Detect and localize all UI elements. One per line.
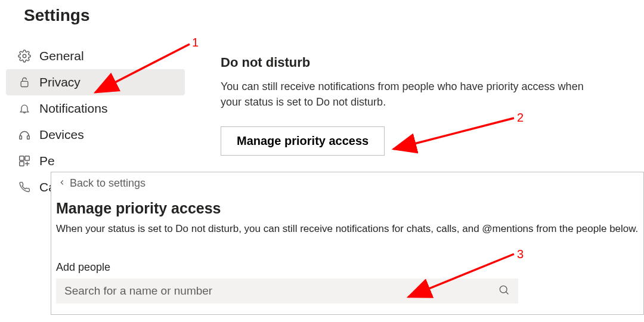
sidebar-item-notifications[interactable]: Notifications xyxy=(6,95,185,122)
sidebar-item-label: Devices xyxy=(39,128,84,142)
back-to-settings-link[interactable]: Back to settings xyxy=(57,176,149,191)
dnd-description: You can still receive notifications from… xyxy=(221,79,602,110)
sidebar-item-label: General xyxy=(39,49,84,63)
annotation-number-3: 3 xyxy=(517,247,524,261)
sidebar-item-label: Notifications xyxy=(39,101,107,116)
svg-rect-6 xyxy=(20,162,24,166)
permissions-icon xyxy=(18,154,31,168)
gear-icon xyxy=(18,49,31,63)
svg-point-0 xyxy=(23,54,26,58)
calls-icon xyxy=(18,181,31,194)
svg-rect-5 xyxy=(25,156,29,160)
dnd-heading: Do not disturb xyxy=(221,55,626,70)
sidebar-item-label: Pe xyxy=(39,154,55,168)
add-people-label: Add people xyxy=(56,261,639,274)
devices-icon xyxy=(18,128,31,141)
manage-priority-access-panel: Manage priority access When your status … xyxy=(51,172,644,315)
overlay-title: Manage priority access xyxy=(56,200,639,217)
sidebar-item-devices[interactable]: Devices xyxy=(6,122,185,148)
overlay-description: When your status is set to Do not distur… xyxy=(56,223,639,235)
sidebar-item-privacy[interactable]: Privacy xyxy=(6,69,185,95)
search-icon xyxy=(498,284,510,298)
search-input[interactable] xyxy=(64,284,491,298)
chevron-left-icon xyxy=(58,177,66,190)
page-title: Settings xyxy=(0,0,644,25)
sidebar-item-label: Privacy xyxy=(39,75,80,89)
svg-rect-4 xyxy=(20,156,24,160)
annotation-number-1: 1 xyxy=(192,36,199,49)
svg-line-8 xyxy=(506,292,508,294)
lock-icon xyxy=(18,76,31,89)
svg-rect-1 xyxy=(21,81,28,86)
bell-icon xyxy=(18,102,31,115)
manage-priority-access-button[interactable]: Manage priority access xyxy=(221,126,385,156)
sidebar-item-permissions[interactable]: Pe xyxy=(6,148,185,174)
annotation-number-2: 2 xyxy=(517,111,524,125)
search-field-wrapper[interactable] xyxy=(56,278,518,304)
svg-rect-2 xyxy=(20,136,22,140)
svg-rect-3 xyxy=(27,136,30,140)
back-label: Back to settings xyxy=(70,177,145,190)
sidebar-item-general[interactable]: General xyxy=(6,43,185,69)
svg-point-7 xyxy=(500,286,507,293)
